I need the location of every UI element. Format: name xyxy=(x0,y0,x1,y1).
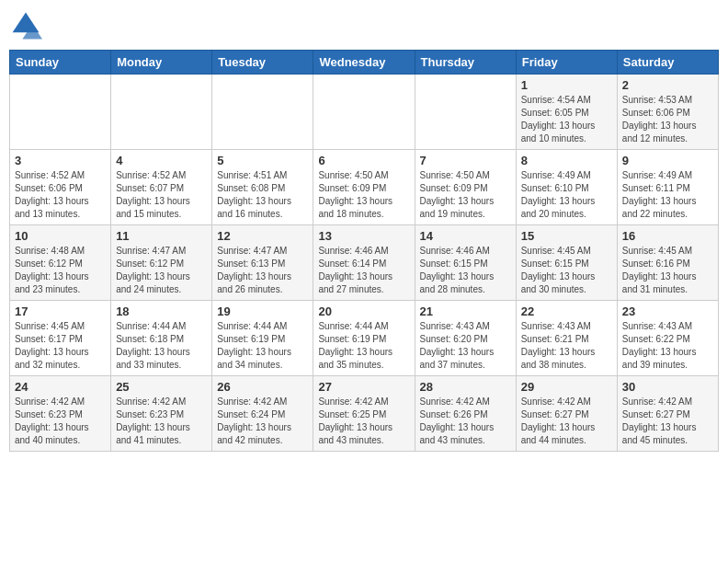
calendar-table: SundayMondayTuesdayWednesdayThursdayFrid… xyxy=(9,50,719,452)
day-number: 12 xyxy=(217,229,308,243)
calendar-cell: 6Sunrise: 4:50 AM Sunset: 6:09 PM Daylig… xyxy=(313,150,415,225)
day-info: Sunrise: 4:42 AM Sunset: 6:27 PM Dayligh… xyxy=(521,396,612,447)
calendar-cell: 20Sunrise: 4:44 AM Sunset: 6:19 PM Dayli… xyxy=(313,301,415,376)
day-number: 28 xyxy=(420,380,511,394)
day-number: 4 xyxy=(116,154,207,167)
day-number: 6 xyxy=(318,154,409,167)
calendar-cell: 24Sunrise: 4:42 AM Sunset: 6:23 PM Dayli… xyxy=(10,376,111,452)
day-number: 30 xyxy=(622,380,713,394)
day-info: Sunrise: 4:42 AM Sunset: 6:24 PM Dayligh… xyxy=(217,396,308,447)
day-number: 8 xyxy=(521,154,612,167)
calendar-cell: 1Sunrise: 4:54 AM Sunset: 6:05 PM Daylig… xyxy=(516,75,617,150)
day-info: Sunrise: 4:52 AM Sunset: 6:07 PM Dayligh… xyxy=(116,169,207,221)
day-number: 18 xyxy=(116,304,207,318)
day-number: 26 xyxy=(217,380,308,394)
calendar-cell: 29Sunrise: 4:42 AM Sunset: 6:27 PM Dayli… xyxy=(516,376,617,452)
calendar-header-row: SundayMondayTuesdayWednesdayThursdayFrid… xyxy=(10,51,719,75)
day-info: Sunrise: 4:42 AM Sunset: 6:23 PM Dayligh… xyxy=(15,396,106,447)
day-info: Sunrise: 4:44 AM Sunset: 6:18 PM Dayligh… xyxy=(116,320,207,372)
day-header-friday: Friday xyxy=(516,51,617,75)
day-number: 2 xyxy=(622,78,713,92)
day-info: Sunrise: 4:42 AM Sunset: 6:25 PM Dayligh… xyxy=(318,396,409,447)
day-info: Sunrise: 4:43 AM Sunset: 6:22 PM Dayligh… xyxy=(622,320,713,372)
day-number: 16 xyxy=(622,229,713,243)
day-number: 15 xyxy=(521,229,612,243)
day-info: Sunrise: 4:50 AM Sunset: 6:09 PM Dayligh… xyxy=(420,169,511,221)
day-number: 14 xyxy=(420,229,511,243)
calendar-week-row: 10Sunrise: 4:48 AM Sunset: 6:12 PM Dayli… xyxy=(10,225,719,301)
day-number: 1 xyxy=(521,78,612,92)
day-number: 11 xyxy=(116,229,207,243)
day-info: Sunrise: 4:51 AM Sunset: 6:08 PM Dayligh… xyxy=(217,169,308,221)
calendar-cell: 23Sunrise: 4:43 AM Sunset: 6:22 PM Dayli… xyxy=(617,301,718,376)
day-info: Sunrise: 4:42 AM Sunset: 6:26 PM Dayligh… xyxy=(420,396,511,447)
day-info: Sunrise: 4:42 AM Sunset: 6:23 PM Dayligh… xyxy=(116,396,207,447)
calendar-cell: 25Sunrise: 4:42 AM Sunset: 6:23 PM Dayli… xyxy=(111,376,212,452)
day-header-monday: Monday xyxy=(111,51,212,75)
day-number: 25 xyxy=(116,380,207,394)
day-info: Sunrise: 4:47 AM Sunset: 6:12 PM Dayligh… xyxy=(116,245,207,296)
calendar-cell: 26Sunrise: 4:42 AM Sunset: 6:24 PM Dayli… xyxy=(212,376,313,452)
calendar-cell: 19Sunrise: 4:44 AM Sunset: 6:19 PM Dayli… xyxy=(212,301,313,376)
day-header-wednesday: Wednesday xyxy=(313,51,415,75)
calendar-cell: 2Sunrise: 4:53 AM Sunset: 6:06 PM Daylig… xyxy=(617,75,718,150)
day-number: 3 xyxy=(15,154,106,167)
day-info: Sunrise: 4:47 AM Sunset: 6:13 PM Dayligh… xyxy=(217,245,308,296)
calendar-cell: 17Sunrise: 4:45 AM Sunset: 6:17 PM Dayli… xyxy=(10,301,111,376)
calendar-cell: 11Sunrise: 4:47 AM Sunset: 6:12 PM Dayli… xyxy=(111,225,212,301)
logo-icon xyxy=(9,9,42,42)
calendar-cell: 18Sunrise: 4:44 AM Sunset: 6:18 PM Dayli… xyxy=(111,301,212,376)
calendar-week-row: 1Sunrise: 4:54 AM Sunset: 6:05 PM Daylig… xyxy=(10,75,719,150)
calendar-cell: 15Sunrise: 4:45 AM Sunset: 6:15 PM Dayli… xyxy=(516,225,617,301)
calendar-cell: 28Sunrise: 4:42 AM Sunset: 6:26 PM Dayli… xyxy=(415,376,516,452)
day-number: 13 xyxy=(318,229,409,243)
calendar-cell: 5Sunrise: 4:51 AM Sunset: 6:08 PM Daylig… xyxy=(212,150,313,225)
calendar-cell: 10Sunrise: 4:48 AM Sunset: 6:12 PM Dayli… xyxy=(10,225,111,301)
calendar-cell: 16Sunrise: 4:45 AM Sunset: 6:16 PM Dayli… xyxy=(617,225,718,301)
calendar-cell: 7Sunrise: 4:50 AM Sunset: 6:09 PM Daylig… xyxy=(415,150,516,225)
calendar-cell xyxy=(415,75,516,150)
day-number: 7 xyxy=(420,154,511,167)
day-number: 22 xyxy=(521,304,612,318)
calendar-week-row: 3Sunrise: 4:52 AM Sunset: 6:06 PM Daylig… xyxy=(10,150,719,225)
day-info: Sunrise: 4:53 AM Sunset: 6:06 PM Dayligh… xyxy=(622,94,713,145)
calendar-cell: 21Sunrise: 4:43 AM Sunset: 6:20 PM Dayli… xyxy=(415,301,516,376)
day-info: Sunrise: 4:52 AM Sunset: 6:06 PM Dayligh… xyxy=(15,169,106,221)
day-number: 29 xyxy=(521,380,612,394)
day-info: Sunrise: 4:46 AM Sunset: 6:15 PM Dayligh… xyxy=(420,245,511,296)
calendar-cell: 9Sunrise: 4:49 AM Sunset: 6:11 PM Daylig… xyxy=(617,150,718,225)
day-header-tuesday: Tuesday xyxy=(212,51,313,75)
day-info: Sunrise: 4:43 AM Sunset: 6:20 PM Dayligh… xyxy=(420,320,511,372)
calendar-cell: 4Sunrise: 4:52 AM Sunset: 6:07 PM Daylig… xyxy=(111,150,212,225)
day-info: Sunrise: 4:49 AM Sunset: 6:11 PM Dayligh… xyxy=(622,169,713,221)
day-info: Sunrise: 4:45 AM Sunset: 6:16 PM Dayligh… xyxy=(622,245,713,296)
calendar-cell: 3Sunrise: 4:52 AM Sunset: 6:06 PM Daylig… xyxy=(10,150,111,225)
calendar-week-row: 17Sunrise: 4:45 AM Sunset: 6:17 PM Dayli… xyxy=(10,301,719,376)
day-number: 21 xyxy=(420,304,511,318)
calendar-cell: 8Sunrise: 4:49 AM Sunset: 6:10 PM Daylig… xyxy=(516,150,617,225)
day-info: Sunrise: 4:45 AM Sunset: 6:17 PM Dayligh… xyxy=(15,320,106,372)
day-info: Sunrise: 4:44 AM Sunset: 6:19 PM Dayligh… xyxy=(318,320,409,372)
day-number: 19 xyxy=(217,304,308,318)
day-info: Sunrise: 4:42 AM Sunset: 6:27 PM Dayligh… xyxy=(622,396,713,447)
day-info: Sunrise: 4:50 AM Sunset: 6:09 PM Dayligh… xyxy=(318,169,409,221)
calendar-cell xyxy=(313,75,415,150)
calendar-week-row: 24Sunrise: 4:42 AM Sunset: 6:23 PM Dayli… xyxy=(10,376,719,452)
day-info: Sunrise: 4:54 AM Sunset: 6:05 PM Dayligh… xyxy=(521,94,612,145)
calendar-cell xyxy=(111,75,212,150)
day-number: 5 xyxy=(217,154,308,167)
calendar-cell xyxy=(212,75,313,150)
calendar-cell: 12Sunrise: 4:47 AM Sunset: 6:13 PM Dayli… xyxy=(212,225,313,301)
day-info: Sunrise: 4:44 AM Sunset: 6:19 PM Dayligh… xyxy=(217,320,308,372)
day-info: Sunrise: 4:46 AM Sunset: 6:14 PM Dayligh… xyxy=(318,245,409,296)
calendar-cell xyxy=(10,75,111,150)
page-header xyxy=(9,9,719,42)
day-header-sunday: Sunday xyxy=(10,51,111,75)
calendar-cell: 27Sunrise: 4:42 AM Sunset: 6:25 PM Dayli… xyxy=(313,376,415,452)
calendar-cell: 14Sunrise: 4:46 AM Sunset: 6:15 PM Dayli… xyxy=(415,225,516,301)
day-number: 10 xyxy=(15,229,106,243)
day-info: Sunrise: 4:49 AM Sunset: 6:10 PM Dayligh… xyxy=(521,169,612,221)
day-header-saturday: Saturday xyxy=(617,51,718,75)
day-number: 20 xyxy=(318,304,409,318)
day-number: 24 xyxy=(15,380,106,394)
